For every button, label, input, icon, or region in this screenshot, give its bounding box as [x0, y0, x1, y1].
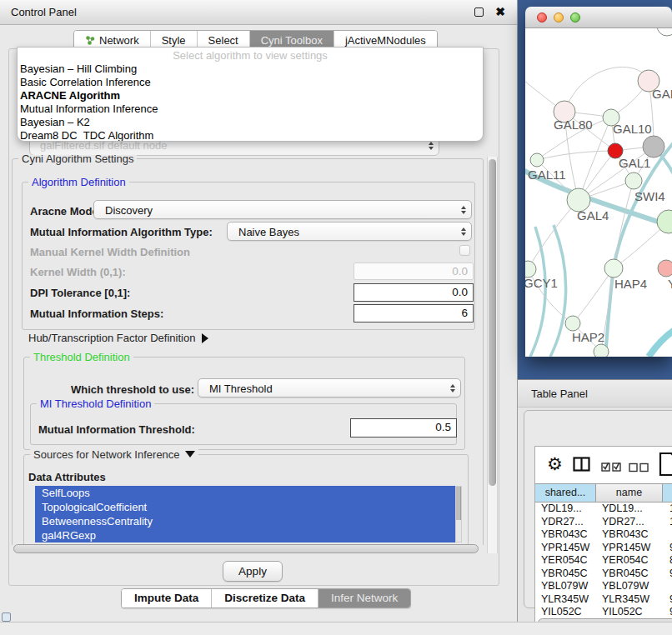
network-node[interactable]	[643, 136, 664, 158]
manual-kernel-checkbox[interactable]	[459, 245, 470, 256]
column-header-name[interactable]: name	[596, 484, 663, 502]
algorithm-option[interactable]: Bayesian – K2	[18, 116, 483, 129]
table-cell: YDL19...	[535, 502, 596, 516]
network-node-hap2[interactable]	[565, 316, 580, 331]
network-node-label: GCY1	[525, 276, 558, 290]
tab-label: Network	[99, 34, 139, 47]
table-row[interactable]: YDR27...YDR27...12	[535, 516, 672, 529]
table-cell: YPR145W	[535, 542, 596, 555]
unchecked-pair-icon[interactable]	[629, 461, 649, 476]
manual-kernel-label: Manual Kernel Width Definition	[30, 246, 190, 258]
float-window-icon[interactable]	[474, 8, 484, 17]
table-cell: YDR27...	[535, 516, 596, 529]
data-attribute-item[interactable]: gal4RGexp	[35, 528, 455, 542]
table-row[interactable]: YLR345WYLR345W9.	[535, 593, 672, 607]
sources-legend[interactable]: Sources for Network Inference	[30, 448, 198, 461]
table-cell	[663, 528, 672, 542]
which-threshold-combobox[interactable]: MI Threshold	[198, 378, 461, 398]
close-icon[interactable]: ✖	[495, 0, 505, 24]
close-traffic-light-icon[interactable]	[537, 12, 547, 22]
data-attribute-item[interactable]: SelfLoops	[35, 486, 455, 500]
node-table-widget: ⚙ shared... name	[534, 446, 672, 630]
aracne-mode-label: Aracne Mode:	[30, 205, 102, 218]
mi-type-combobox[interactable]: Naive Bayes	[227, 222, 472, 241]
algorithm-popup-list: Bayesian – Hill ClimbingBasic Correlatio…	[18, 62, 483, 142]
mi-threshold-field[interactable]: 0.5	[350, 418, 457, 438]
status-strip	[0, 622, 672, 635]
column-header-shared[interactable]: shared...	[535, 484, 596, 502]
combo-stepper-icon	[461, 206, 466, 214]
panel-corner-icon[interactable]	[2, 612, 11, 622]
network-node-label: GAL10	[613, 122, 652, 136]
column-header-third[interactable]: A	[663, 484, 672, 502]
combo-stepper-icon	[450, 384, 455, 392]
table-row[interactable]: YIL052CYIL052C9.	[535, 606, 672, 618]
mi-type-value: Naive Bayes	[238, 226, 299, 238]
bottom-tabs: Impute DataDiscretize DataInfer Network	[121, 588, 411, 608]
algorithm-option[interactable]: Basic Correlation Inference	[18, 76, 483, 89]
table-cell: 9.	[663, 568, 672, 581]
table-cell: YBR045C	[535, 568, 596, 581]
table-row[interactable]: YDL19...YDL19...13	[535, 502, 672, 516]
algorithm-definition-legend: Algorithm Definition	[28, 176, 129, 188]
tab-discretize-data[interactable]: Discretize Data	[212, 589, 318, 608]
network-node-hap4[interactable]	[604, 259, 623, 278]
cyni-settings-legend: Cyni Algorithm Settings	[18, 155, 137, 165]
network-node-label: GAL4	[577, 208, 609, 222]
table-row[interactable]: YBR045CYBR045C9.	[535, 568, 672, 581]
attributes-scrollbar[interactable]	[455, 486, 462, 542]
combo-stepper-icon	[429, 142, 434, 150]
network-node-gal11[interactable]	[530, 153, 544, 167]
kernel-width-field[interactable]: 0.0	[354, 262, 474, 280]
aracne-mode-combobox[interactable]: Discovery	[93, 200, 472, 219]
network-node-y[interactable]	[658, 260, 672, 277]
network-node[interactable]	[657, 28, 672, 36]
gear-icon[interactable]: ⚙	[547, 453, 563, 475]
network-node[interactable]	[594, 344, 609, 357]
which-threshold-label: Which threshold to use:	[71, 383, 194, 396]
tab-infer-network[interactable]: Infer Network	[318, 589, 410, 608]
checked-pair-icon[interactable]	[601, 460, 622, 475]
data-attribute-item[interactable]: BetweennessCentrality	[35, 514, 455, 528]
table-row[interactable]: YER054CYER054C8.	[535, 554, 672, 568]
table-row[interactable]: YBL079WYBL079W	[535, 580, 672, 593]
split-columns-icon[interactable]	[573, 457, 590, 475]
table-cell: YDL19...	[596, 502, 663, 516]
tab-impute-data[interactable]: Impute Data	[122, 589, 212, 608]
algorithm-option[interactable]: Dream8 DC_TDC Algorithm	[18, 129, 483, 142]
settings-horizontal-scrollbar[interactable]	[13, 544, 479, 553]
table-body: YDL19...YDL19...13YDR27...YDR27...12YBR0…	[535, 502, 672, 618]
hub-definition-label: Hub/Transcription Factor Definition	[28, 332, 195, 344]
table-row[interactable]: YPR145WYPR145W9.	[535, 542, 672, 555]
tab-label: Style	[162, 34, 186, 47]
expand-right-icon	[202, 333, 208, 343]
network-node-label: GAL	[652, 87, 672, 101]
mi-steps-field[interactable]: 6	[354, 304, 474, 322]
algorithm-option[interactable]: Mutual Information Inference	[18, 102, 483, 116]
table-cell: YIL052C	[535, 606, 596, 618]
data-attribute-item[interactable]: TopologicalCoefficient	[35, 500, 455, 514]
mi-type-label: Mutual Information Algorithm Type:	[30, 226, 213, 238]
network-node-swi4[interactable]	[625, 172, 642, 189]
zoom-traffic-light-icon[interactable]	[570, 12, 580, 22]
network-node-gcy1[interactable]	[525, 261, 536, 278]
algorithm-option[interactable]: Bayesian – Hill Climbing	[18, 62, 483, 76]
kernel-width-label: Kernel Width (0,1):	[30, 266, 126, 278]
dpi-tolerance-field[interactable]: 0.0	[354, 283, 474, 302]
table-cell: YLR345W	[596, 593, 663, 607]
table-cell: YER054C	[535, 554, 596, 568]
algorithm-option[interactable]: ARACNE Algorithm	[18, 89, 483, 102]
table-row[interactable]: YBR043CYBR043C	[535, 528, 672, 542]
table-cell: 9.	[663, 542, 672, 555]
hub-definition-expander[interactable]: Hub/Transcription Factor Definition	[28, 332, 208, 344]
apply-button[interactable]: Apply	[223, 561, 283, 582]
network-canvas[interactable]: GALGAL80GAL10GAL1SWI4GAL11GAL4GCY1HAP4YH…	[525, 28, 672, 357]
minimize-traffic-light-icon[interactable]	[554, 12, 564, 22]
threshold-definition-legend: Threshold Definition	[30, 351, 133, 363]
document-icon[interactable]	[659, 452, 672, 480]
table-cell: YLR345W	[535, 593, 596, 607]
table-panel-container: ⚙ shared... name	[524, 410, 672, 608]
network-node-label: GAL1	[619, 156, 650, 170]
table-panel-region: Table Panel ⚙	[518, 379, 672, 635]
tab-label: jActiveMNodules	[345, 34, 426, 47]
